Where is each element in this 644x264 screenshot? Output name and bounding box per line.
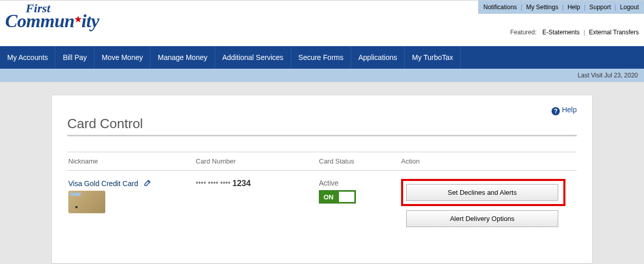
set-declines-and-alerts-button[interactable]: Set Declines and Alerts [406, 184, 558, 201]
utility-nav: Notifications | My Settings | Help | Sup… [478, 1, 644, 14]
main-nav: My Accounts Bill Pay Move Money Manage M… [0, 46, 644, 69]
help-icon: ? [552, 107, 560, 115]
content-area: ?Help Card Control Nickname Card Number … [0, 82, 644, 264]
table-header-row: Nickname Card Number Card Status Action [67, 152, 577, 171]
card-control-panel: ?Help Card Control Nickname Card Number … [51, 95, 593, 263]
highlight-set-declines: Set Declines and Alerts [401, 179, 565, 206]
nav-additional-services[interactable]: Additional Services [215, 46, 291, 69]
nav-manage-money[interactable]: Manage Money [150, 46, 215, 69]
panel-help-link[interactable]: ?Help [552, 106, 577, 115]
card-thumbnail [68, 191, 105, 213]
col-header-card-number: Card Number [196, 157, 319, 165]
page-title: Card Control [67, 116, 577, 132]
my-settings-link[interactable]: My Settings [526, 4, 558, 11]
card-nickname: Visa Gold Credit Card [68, 179, 138, 188]
featured-external-transfers-link[interactable]: External Transfers [589, 29, 639, 36]
separator: | [560, 4, 565, 11]
card-status-text: Active [319, 179, 401, 187]
col-header-nickname: Nickname [67, 157, 196, 165]
help-link-top[interactable]: Help [567, 4, 580, 11]
nav-move-money[interactable]: Move Money [94, 46, 150, 69]
last-visit-bar: Last Visit Jul 23, 2020 [0, 69, 644, 82]
nav-my-accounts[interactable]: My Accounts [0, 46, 55, 69]
edit-nickname-icon[interactable] [140, 180, 151, 188]
top-header: First Commun★ity Notifications | My Sett… [0, 0, 644, 46]
separator: | [613, 4, 618, 11]
toggle-label: ON [324, 193, 334, 201]
col-header-card-status: Card Status [319, 157, 401, 165]
table-row: Visa Gold Credit Card **** **** **** 123… [67, 171, 577, 232]
featured-bar: Featured: E-Statements | External Transf… [510, 29, 639, 36]
cell-action: Set Declines and Alerts Alert Delivery O… [401, 179, 577, 227]
nav-bill-pay[interactable]: Bill Pay [55, 46, 94, 69]
card-last4: 1234 [233, 179, 251, 188]
toggle-knob [339, 192, 354, 202]
title-rule [67, 135, 577, 136]
alert-delivery-options-button[interactable]: Alert Delivery Options [406, 210, 558, 227]
separator: | [581, 29, 587, 36]
separator: | [582, 4, 588, 11]
brand-logo: First Commun★ity [5, 3, 99, 29]
nav-secure-forms[interactable]: Secure Forms [291, 46, 351, 69]
notifications-link[interactable]: Notifications [483, 4, 517, 11]
card-masked-prefix: **** **** **** [196, 180, 233, 188]
cell-card-status: Active ON [319, 179, 401, 204]
featured-estatements-link[interactable]: E-Statements [542, 29, 580, 36]
cell-nickname: Visa Gold Credit Card [67, 179, 196, 213]
support-link[interactable]: Support [589, 4, 611, 11]
panel-help-label: Help [562, 106, 577, 114]
featured-label: Featured: [510, 29, 536, 36]
nav-my-turbotax[interactable]: My TurboTax [405, 46, 461, 69]
card-status-toggle[interactable]: ON [319, 190, 356, 204]
logout-link[interactable]: Logout [620, 4, 639, 11]
cell-card-number: **** **** **** 1234 [196, 179, 319, 188]
col-header-action: Action [401, 157, 577, 165]
last-visit-text: Last Visit Jul 23, 2020 [578, 72, 638, 79]
separator: | [519, 4, 524, 11]
nav-applications[interactable]: Applications [351, 46, 405, 69]
